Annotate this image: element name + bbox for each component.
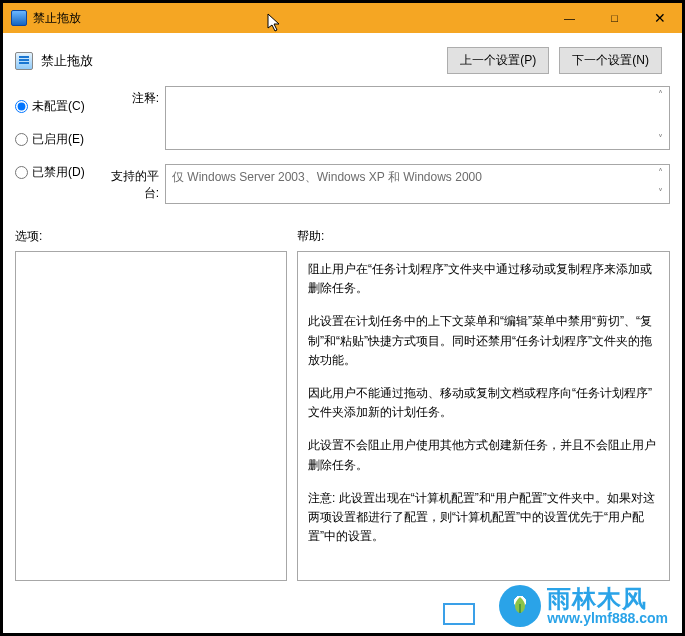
radio-not-configured[interactable]: 未配置(C) — [15, 98, 99, 115]
platform-row: 支持的平台: 仅 Windows Server 2003、Windows XP … — [105, 164, 670, 204]
page-title: 禁止拖放 — [41, 52, 93, 70]
header-row: 禁止拖放 上一个设置(P) 下一个设置(N) — [3, 33, 682, 84]
platform-label: 支持的平台: — [105, 164, 165, 202]
help-paragraph: 注意: 此设置出现在“计算机配置”和“用户配置”文件夹中。如果对这两项设置都进行… — [308, 489, 659, 547]
fields-col: 注释: ˄ ˅ 支持的平台: 仅 Windows Server 2003、Win… — [105, 86, 670, 218]
help-paragraph: 阻止用户在“任务计划程序”文件夹中通过移动或复制程序来添加或删除任务。 — [308, 260, 659, 298]
help-box[interactable]: 阻止用户在“任务计划程序”文件夹中通过移动或复制程序来添加或删除任务。 此设置在… — [297, 251, 670, 581]
radio-label: 已禁用(D) — [32, 164, 85, 181]
radio-disabled[interactable]: 已禁用(D) — [15, 164, 99, 181]
lower-labels: 选项: 帮助: — [3, 218, 682, 249]
watermark-url: www.ylmf888.com — [547, 611, 668, 626]
watermark-logo-icon — [499, 585, 541, 627]
platform-value: 仅 Windows Server 2003、Windows XP 和 Windo… — [172, 170, 482, 184]
scroll-up-icon[interactable]: ˄ — [653, 89, 667, 103]
comment-row: 注释: ˄ ˅ — [105, 86, 670, 150]
dialog-button[interactable] — [443, 603, 475, 625]
titlebar: 禁止拖放 — □ ✕ — [3, 3, 682, 33]
radio-group: 未配置(C) 已启用(E) 已禁用(D) — [15, 86, 99, 218]
radio-not-configured-input[interactable] — [15, 100, 28, 113]
options-label: 选项: — [15, 228, 297, 245]
radio-disabled-input[interactable] — [15, 166, 28, 179]
window-controls: — □ ✕ — [547, 3, 682, 33]
help-label: 帮助: — [297, 228, 324, 245]
radio-label: 未配置(C) — [32, 98, 85, 115]
help-paragraph: 此设置在计划任务中的上下文菜单和“编辑”菜单中禁用“剪切”、“复制”和“粘贴”快… — [308, 312, 659, 370]
next-setting-button[interactable]: 下一个设置(N) — [559, 47, 662, 74]
watermark: 雨林木风 www.ylmf888.com — [499, 585, 668, 627]
watermark-name: 雨林木风 — [547, 586, 668, 611]
scroll-down-icon[interactable]: ˅ — [653, 187, 667, 201]
main-config: 未配置(C) 已启用(E) 已禁用(D) 注释: ˄ ˅ 支持的平台: 仅 Wi… — [3, 84, 682, 218]
options-box — [15, 251, 287, 581]
comment-label: 注释: — [105, 86, 165, 107]
scroll-down-icon[interactable]: ˅ — [653, 133, 667, 147]
comment-textarea[interactable]: ˄ ˅ — [165, 86, 670, 150]
help-paragraph: 因此用户不能通过拖动、移动或复制文档或程序向“任务计划程序”文件夹添加新的计划任… — [308, 384, 659, 422]
close-button[interactable]: ✕ — [637, 3, 682, 33]
app-icon — [11, 10, 27, 26]
radio-label: 已启用(E) — [32, 131, 84, 148]
platform-textarea: 仅 Windows Server 2003、Windows XP 和 Windo… — [165, 164, 670, 204]
minimize-button[interactable]: — — [547, 3, 592, 33]
scroll-up-icon[interactable]: ˄ — [653, 167, 667, 181]
policy-icon — [15, 52, 33, 70]
radio-enabled-input[interactable] — [15, 133, 28, 146]
maximize-button[interactable]: □ — [592, 3, 637, 33]
window-title: 禁止拖放 — [33, 10, 81, 27]
help-paragraph: 此设置不会阻止用户使用其他方式创建新任务，并且不会阻止用户删除任务。 — [308, 436, 659, 474]
prev-setting-button[interactable]: 上一个设置(P) — [447, 47, 549, 74]
watermark-text: 雨林木风 www.ylmf888.com — [547, 586, 668, 626]
radio-enabled[interactable]: 已启用(E) — [15, 131, 99, 148]
nav-buttons: 上一个设置(P) 下一个设置(N) — [447, 47, 662, 74]
lower-panels: 阻止用户在“任务计划程序”文件夹中通过移动或复制程序来添加或删除任务。 此设置在… — [3, 249, 682, 581]
